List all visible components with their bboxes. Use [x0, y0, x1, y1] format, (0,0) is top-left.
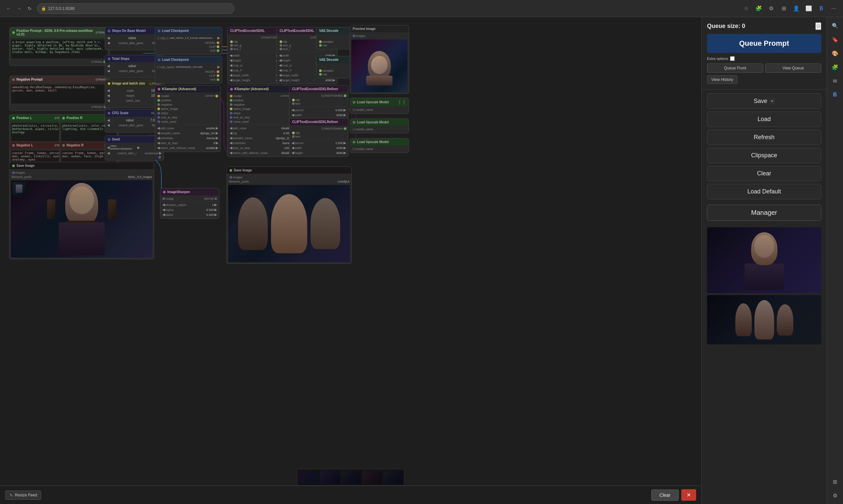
- node-title: Load Upscale Model: [357, 140, 389, 144]
- start-inc[interactable]: ▶: [216, 141, 218, 145]
- manager-button[interactable]: Manager: [707, 205, 821, 221]
- ret-val: enable: [206, 146, 215, 150]
- canvas-area[interactable]: Positive Prompt - SDXL 0.9 Pre-release-w…: [0, 17, 701, 504]
- control-row: ◀ control_after_gene fixed ▶: [106, 68, 162, 73]
- samp-dec[interactable]: ◀: [157, 131, 160, 135]
- queue-count: 0: [742, 23, 745, 29]
- model-in: [230, 95, 233, 97]
- load-checkpoint-2-node: Load Checkpoint cIpt_name: sdxIFaetastic…: [155, 56, 222, 84]
- ret-inc[interactable]: ▶: [216, 146, 218, 150]
- width-label: width: [110, 89, 151, 92]
- ckpt-btn[interactable]: ▶: [217, 36, 220, 40]
- thumb-1[interactable]: [299, 471, 319, 484]
- extra-options-checkbox[interactable]: [730, 56, 735, 61]
- profile-button[interactable]: 👤: [791, 3, 802, 14]
- star-button[interactable]: ☆: [741, 3, 752, 14]
- resize-feed-button[interactable]: ⤡ Resize Feed: [5, 490, 41, 500]
- thumb-2[interactable]: [320, 471, 340, 484]
- clip-in: [230, 40, 233, 43]
- negative-text-area[interactable]: embedding:VeryBadImage, embedding:EasyNe…: [11, 84, 108, 104]
- ksampler-1-node: KSampler (Advanced) model positive: [155, 85, 221, 152]
- node-body: a brain powering a machine, jeffrey smit…: [10, 38, 109, 66]
- queue-settings-button[interactable]: ⚙: [815, 22, 821, 30]
- bing-button[interactable]: B: [816, 3, 827, 14]
- load-default-button[interactable]: Load Default: [707, 184, 821, 199]
- bottom-close-button[interactable]: ✕: [681, 489, 696, 501]
- refresh-button[interactable]: Refresh: [707, 130, 821, 145]
- vae-in: [319, 44, 322, 47]
- node-title: CLIPTextEncodeSDXL: [230, 29, 265, 33]
- ckpt-btn[interactable]: ▶: [217, 65, 220, 69]
- ctrl-decrement[interactable]: ◀: [107, 41, 110, 45]
- dots-btn[interactable]: ⋮⋮: [397, 100, 406, 105]
- back-button[interactable]: ←: [4, 4, 13, 13]
- node-header: KSampler (Advanced): [227, 86, 296, 92]
- expand-icon-btn[interactable]: ⊞: [829, 476, 841, 488]
- sidebar-button[interactable]: ⊞: [778, 3, 789, 14]
- thumb-3[interactable]: [341, 471, 361, 484]
- positive-l-text[interactable]: photorealistic, circuitry, motherboard, …: [11, 123, 67, 142]
- bottom-clear-button[interactable]: Clear: [651, 489, 679, 501]
- positive-text-area[interactable]: a brain powering a machine, jeffrey smit…: [11, 39, 108, 59]
- view-history-button[interactable]: View History: [707, 75, 737, 84]
- thumb-5[interactable]: [383, 471, 403, 484]
- sched-inc[interactable]: ▶: [216, 136, 218, 140]
- forward-button[interactable]: →: [15, 4, 24, 13]
- queue-prompt-button[interactable]: Queue Prompt: [707, 34, 821, 53]
- save-button[interactable]: Save ▼: [707, 93, 821, 109]
- bing-side-icon-btn[interactable]: B: [829, 89, 841, 101]
- load-button[interactable]: Load: [707, 111, 821, 127]
- extension-icon-btn[interactable]: 🧩: [829, 61, 841, 73]
- node-body: embedding:VeryBadImage, embedding:EasyNe…: [10, 83, 109, 110]
- dec-btn[interactable]: ◀: [107, 118, 110, 122]
- ctrl-dec[interactable]: ◀: [107, 123, 110, 127]
- vae-out: [217, 49, 219, 52]
- cond-out: [344, 127, 346, 130]
- queue-front-button[interactable]: Queue Front: [707, 64, 763, 73]
- clear-button[interactable]: Clear: [707, 166, 821, 181]
- thumb-4[interactable]: [362, 471, 382, 484]
- clip-label: CLIP: [209, 45, 216, 48]
- width-dec[interactable]: ◀: [107, 89, 110, 93]
- palette-icon-btn[interactable]: 🎨: [829, 47, 841, 59]
- inc-btn[interactable]: ▶: [137, 145, 140, 150]
- textg-in: [230, 44, 233, 47]
- textl-in: [279, 48, 282, 50]
- ctrl-decrement[interactable]: ◀: [107, 69, 110, 73]
- noise-dec[interactable]: ◀: [157, 126, 160, 130]
- node-title: Save Image: [234, 168, 252, 172]
- address-bar[interactable]: 🔒 127.0.0.1:8188: [37, 3, 235, 14]
- vae-out: [217, 78, 219, 81]
- clipspace-button[interactable]: Clipspace: [707, 148, 821, 163]
- node-header: CLIPTextEncodeSDXLRefiner: [290, 86, 348, 92]
- node-dot: [12, 78, 15, 81]
- zoom-in-icon-btn[interactable]: 🔍: [829, 20, 841, 32]
- menu-button[interactable]: ⋯: [828, 3, 839, 14]
- save-label: Save: [754, 98, 767, 105]
- refresh-button[interactable]: ↻: [25, 4, 34, 13]
- bookmark-icon-btn[interactable]: 🔖: [829, 34, 841, 46]
- node-title: CLIPTextEncodeSDXLRefiner: [292, 87, 338, 91]
- noise-in: [230, 121, 233, 123]
- tab-button[interactable]: ⬜: [804, 3, 814, 14]
- clip-out: [217, 46, 219, 48]
- dec-btn[interactable]: ◀: [107, 145, 110, 150]
- view-queue-button[interactable]: View Queue: [765, 64, 822, 73]
- mail-icon-btn[interactable]: ✉: [829, 75, 841, 87]
- extensions-button[interactable]: 🧩: [753, 3, 764, 14]
- samp-inc[interactable]: ▶: [216, 131, 218, 135]
- start-dec[interactable]: ◀: [157, 141, 160, 145]
- decrement-btn[interactable]: ◀: [107, 64, 110, 68]
- ctrl-dec[interactable]: ◀: [107, 151, 110, 155]
- ret-dec[interactable]: ◀: [157, 146, 160, 150]
- node-dot: [108, 82, 110, 85]
- sched-dec[interactable]: ◀: [157, 136, 160, 140]
- batch-dec[interactable]: ◀: [107, 98, 110, 103]
- settings-side-icon-btn[interactable]: ⚙: [829, 489, 841, 501]
- node-header: Save Image: [227, 167, 351, 174]
- height-dec[interactable]: ◀: [107, 93, 110, 98]
- node-header: Load Upscale Model: [350, 139, 409, 145]
- decrement-btn[interactable]: ◀: [107, 36, 110, 40]
- noise-inc[interactable]: ▶: [216, 126, 218, 130]
- settings-button[interactable]: ⚙: [766, 3, 776, 14]
